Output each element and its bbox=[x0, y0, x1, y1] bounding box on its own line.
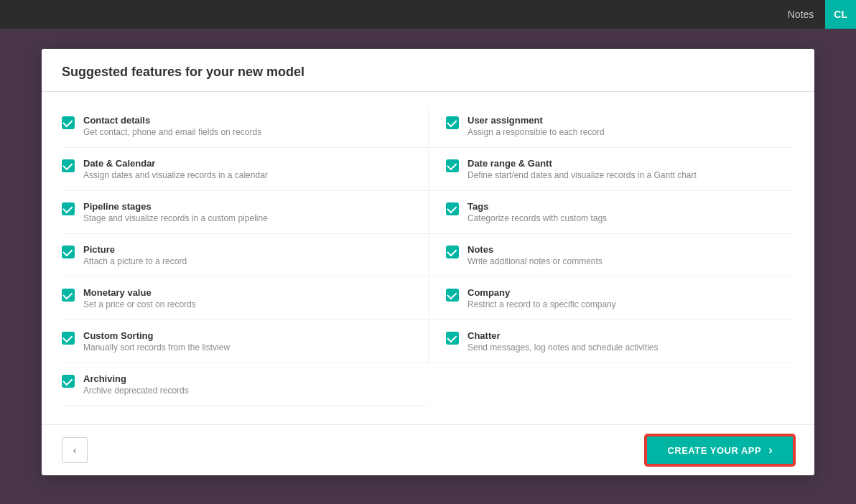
feature-desc: Send messages, log notes and schedule ac… bbox=[467, 342, 659, 353]
feature-item[interactable]: NotesWrite additional notes or comments bbox=[428, 234, 794, 277]
feature-name: Pipeline stages bbox=[83, 201, 268, 212]
feature-item[interactable]: ChatterSend messages, log notes and sche… bbox=[428, 320, 794, 363]
feature-name: Notes bbox=[467, 244, 603, 255]
feature-name: Tags bbox=[467, 201, 607, 212]
top-navigation-bar: Notes CL bbox=[0, 0, 856, 29]
feature-name: Custom Sorting bbox=[83, 330, 230, 341]
feature-desc: Write additional notes or comments bbox=[467, 256, 603, 266]
feature-checkbox[interactable] bbox=[446, 202, 459, 215]
feature-checkbox[interactable] bbox=[446, 332, 459, 345]
features-modal: Suggested features for your new model Co… bbox=[42, 49, 814, 475]
feature-desc: Assign a responsible to each record bbox=[467, 127, 605, 137]
feature-checkbox[interactable] bbox=[62, 159, 75, 172]
feature-name: User assignment bbox=[467, 115, 605, 126]
modal-body: Contact detailsGet contact, phone and em… bbox=[42, 92, 814, 424]
modal-title: Suggested features for your new model bbox=[62, 65, 794, 80]
feature-item-archiving[interactable]: ArchivingArchive deprecated records bbox=[62, 363, 428, 406]
feature-name: Monetary value bbox=[83, 287, 196, 298]
modal-header: Suggested features for your new model bbox=[42, 49, 814, 92]
feature-checkbox[interactable] bbox=[62, 202, 75, 215]
feature-name: Date range & Gantt bbox=[467, 158, 697, 169]
back-button[interactable]: ‹ bbox=[62, 437, 88, 463]
feature-name: Contact details bbox=[83, 115, 261, 126]
feature-name: Picture bbox=[83, 244, 187, 255]
feature-name: Date & Calendar bbox=[83, 158, 268, 169]
create-app-label: CREATE YOUR APP bbox=[667, 445, 761, 456]
feature-checkbox[interactable] bbox=[446, 159, 459, 172]
feature-desc: Define start/end dates and visualize rec… bbox=[467, 170, 697, 180]
modal-footer: ‹ CREATE YOUR APP › bbox=[42, 424, 814, 475]
feature-name: Chatter bbox=[467, 330, 659, 341]
feature-desc: Assign dates and visualize records in a … bbox=[83, 170, 268, 180]
feature-item[interactable]: TagsCategorize records with custom tags bbox=[428, 191, 794, 234]
feature-item[interactable]: Custom SortingManually sort records from… bbox=[62, 320, 428, 363]
notes-nav-item[interactable]: Notes bbox=[776, 0, 826, 29]
feature-desc: Set a price or cost on records bbox=[83, 299, 196, 309]
feature-checkbox-archiving[interactable] bbox=[62, 375, 75, 388]
create-app-button[interactable]: CREATE YOUR APP › bbox=[646, 435, 794, 465]
user-avatar-cl[interactable]: CL bbox=[825, 0, 856, 29]
feature-item[interactable]: Contact detailsGet contact, phone and em… bbox=[62, 105, 428, 148]
feature-checkbox[interactable] bbox=[62, 116, 75, 129]
feature-item[interactable]: Date range & GanttDefine start/end dates… bbox=[428, 148, 794, 191]
feature-desc: Restrict a record to a specific company bbox=[467, 299, 616, 309]
feature-item[interactable]: Date & CalendarAssign dates and visualiz… bbox=[62, 148, 428, 191]
feature-item[interactable]: Monetary valueSet a price or cost on rec… bbox=[62, 277, 428, 320]
feature-checkbox[interactable] bbox=[446, 116, 459, 129]
feature-item[interactable]: User assignmentAssign a responsible to e… bbox=[428, 105, 794, 148]
feature-desc: Manually sort records from the listview bbox=[83, 342, 230, 353]
feature-item[interactable]: Pipeline stagesStage and visualize recor… bbox=[62, 191, 428, 234]
create-app-arrow: › bbox=[768, 444, 773, 457]
feature-item[interactable]: CompanyRestrict a record to a specific c… bbox=[428, 277, 794, 320]
feature-desc: Stage and visualize records in a custom … bbox=[83, 213, 268, 223]
feature-checkbox[interactable] bbox=[62, 246, 75, 258]
feature-checkbox[interactable] bbox=[62, 289, 75, 302]
feature-checkbox[interactable] bbox=[446, 289, 459, 302]
feature-checkbox[interactable] bbox=[446, 246, 459, 258]
feature-desc: Attach a picture to a record bbox=[83, 256, 187, 266]
feature-item[interactable]: PictureAttach a picture to a record bbox=[62, 234, 428, 277]
feature-checkbox[interactable] bbox=[62, 332, 75, 345]
feature-name-archiving: Archiving bbox=[83, 373, 189, 384]
feature-desc-archiving: Archive deprecated records bbox=[83, 386, 189, 396]
feature-name: Company bbox=[467, 287, 616, 298]
features-grid: Contact detailsGet contact, phone and em… bbox=[62, 105, 794, 406]
feature-desc: Get contact, phone and email fields on r… bbox=[83, 127, 261, 137]
feature-desc: Categorize records with custom tags bbox=[467, 213, 607, 223]
